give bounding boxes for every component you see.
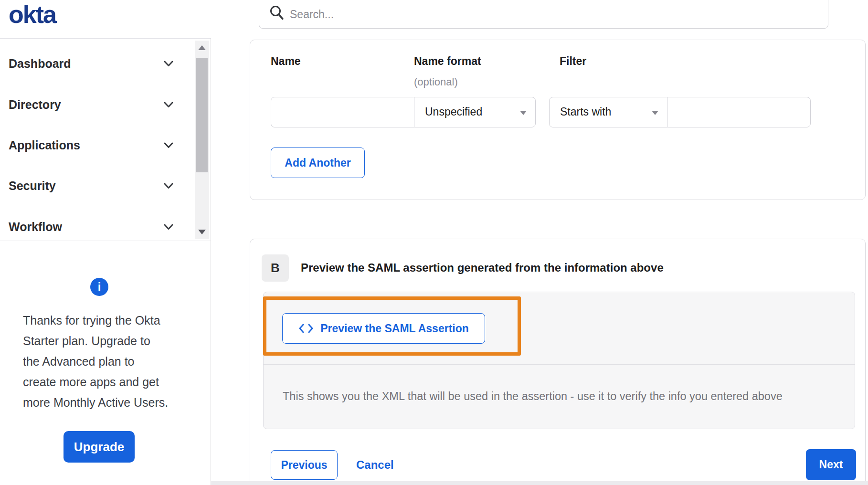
sidebar-scrollbar[interactable] [195, 41, 209, 239]
chevron-down-icon [164, 102, 173, 108]
attribute-name-input[interactable] [271, 97, 414, 127]
next-button[interactable]: Next [806, 449, 856, 480]
info-icon: i [90, 278, 108, 296]
filter-operator-select[interactable]: Starts with [549, 97, 667, 127]
preview-panel [263, 292, 855, 429]
upsell-message: Thanks for trying the Okta Starter plan.… [23, 310, 185, 413]
sidebar-item-dashboard[interactable]: Dashboard [0, 55, 191, 76]
chevron-down-icon [164, 224, 173, 230]
chevron-down-icon [164, 183, 173, 189]
sidebar-item-label: Dashboard [9, 57, 71, 71]
sidebar-divider [211, 38, 211, 485]
name-format-column-label: Name format [414, 55, 481, 68]
preview-saml-assertion-button[interactable]: Preview the SAML Assertion [282, 313, 485, 344]
bottom-strip [211, 481, 868, 485]
scroll-up-icon[interactable] [198, 45, 206, 50]
upgrade-button[interactable]: Upgrade [64, 431, 135, 463]
name-format-optional-label: (optional) [414, 76, 458, 88]
select-caret-icon [652, 111, 658, 115]
previous-button[interactable]: Previous [271, 450, 338, 480]
name-format-selected-value: Unspecified [425, 105, 482, 118]
scrollbar-thumb[interactable] [196, 58, 208, 172]
search-bar [259, 0, 828, 29]
filter-column-label: Filter [560, 55, 586, 68]
sidebar-item-workflow[interactable]: Workflow [0, 218, 191, 239]
preview-section-heading: Preview the SAML assertion generated fro… [301, 261, 664, 274]
chevron-down-icon [164, 142, 173, 148]
cancel-link[interactable]: Cancel [356, 458, 394, 472]
name-format-select[interactable]: Unspecified [414, 97, 536, 127]
preview-panel-divider [264, 364, 855, 365]
select-caret-icon [520, 111, 527, 115]
step-b-badge: B [262, 254, 289, 282]
filter-operator-selected-value: Starts with [560, 105, 611, 118]
sidebar-item-label: Workflow [9, 220, 62, 234]
okta-admin-page: okta Dashboard Directory Applications Se… [0, 0, 868, 485]
sidebar-item-label: Applications [9, 138, 80, 152]
preview-caption: This shows you the XML that will be used… [283, 390, 783, 403]
name-column-label: Name [271, 55, 301, 68]
sidebar-item-label: Security [9, 179, 56, 193]
sidebar-item-directory[interactable]: Directory [0, 96, 191, 117]
sidebar-item-applications[interactable]: Applications [0, 137, 191, 158]
add-another-button[interactable]: Add Another [271, 148, 365, 178]
sidebar-item-security[interactable]: Security [0, 177, 191, 198]
sidebar-nav: Dashboard Directory Applications Securit… [0, 38, 211, 241]
scroll-down-icon[interactable] [198, 230, 206, 234]
search-icon [270, 5, 284, 21]
okta-logo[interactable]: okta [9, 0, 56, 29]
sidebar-item-label: Directory [9, 98, 61, 112]
preview-button-label: Preview the SAML Assertion [320, 322, 469, 335]
code-icon [298, 323, 314, 334]
search-input[interactable] [289, 3, 806, 25]
filter-value-input[interactable] [667, 97, 811, 127]
chevron-down-icon [164, 61, 173, 67]
